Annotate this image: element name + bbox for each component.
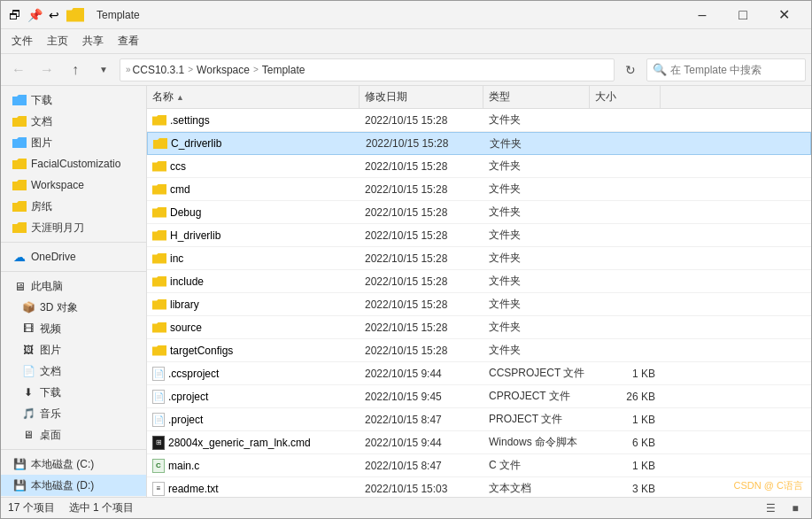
search-box[interactable]: 🔍 [646, 58, 806, 81]
up-button[interactable]: ↑ [63, 58, 88, 82]
refresh-button[interactable]: ↻ [618, 58, 643, 82]
menu-share[interactable]: 共享 [75, 30, 111, 52]
sidebar: 下载 文档 图片 FacialCustomizatio Workspace 房纸 [1, 86, 147, 497]
status-bar: 17 个项目 选中 1 个项目 ☰ ■ [1, 497, 811, 518]
sidebar-label-document2: 文档 [40, 364, 61, 379]
table-row[interactable]: ⊞ 28004x_generic_ram_lnk.cmd 2022/10/15 … [147, 431, 811, 454]
window: 🗗 📌 ↩ Template – □ ✕ 文件 主页 共享 查看 ← → ↑ ▼… [0, 0, 812, 519]
table-row[interactable]: source 2022/10/15 15:28 文件夹 [147, 316, 811, 339]
file-date: 2022/10/15 15:28 [360, 114, 483, 127]
sidebar-item-workspace[interactable]: Workspace [1, 174, 146, 196]
file-type: 文件夹 [483, 251, 590, 266]
sidebar-item-music[interactable]: 🎵 音乐 [1, 403, 146, 424]
sort-arrow: ▲ [176, 93, 184, 102]
table-row[interactable]: library 2022/10/15 15:28 文件夹 [147, 293, 811, 316]
sidebar-item-onedrive[interactable]: ☁ OneDrive [1, 246, 146, 267]
system-icon[interactable]: 🗗 [8, 8, 22, 22]
sidebar-item-3d[interactable]: 📦 3D 对象 [1, 297, 146, 318]
quick-access-icon[interactable]: 📌 [27, 8, 42, 22]
file-date: 2022/10/15 15:28 [360, 206, 483, 219]
table-row[interactable]: cmd 2022/10/15 15:28 文件夹 [147, 178, 811, 201]
sidebar-item-video[interactable]: 🎞 视频 [1, 318, 146, 339]
search-input[interactable] [670, 64, 803, 76]
table-row[interactable]: 📄 .cproject 2022/10/15 9:45 CPROJECT 文件 … [147, 385, 811, 408]
table-row[interactable]: ≡ readme.txt 2022/10/15 15:03 文本文档 3 KB [147, 477, 811, 497]
close-button[interactable]: ✕ [763, 1, 804, 29]
sidebar-item-drive-c[interactable]: 💾 本地磁盘 (C:) [1, 453, 146, 475]
table-row[interactable]: Debug 2022/10/15 15:28 文件夹 [147, 201, 811, 224]
table-row[interactable]: H_driverlib 2022/10/15 15:28 文件夹 [147, 224, 811, 247]
breadcrumb-sep-2: > [253, 65, 259, 74]
col-header-date[interactable]: 修改日期 [360, 86, 483, 108]
sidebar-item-drive-d[interactable]: 💾 本地磁盘 (D:) [1, 475, 146, 496]
table-row[interactable]: 📄 .project 2022/10/15 8:47 PROJECT 文件 1 … [147, 408, 811, 431]
file-name: ccs [147, 160, 360, 173]
folder-icon [152, 230, 166, 241]
sidebar-item-tianya[interactable]: 天涯明月刀 [1, 217, 146, 238]
file-type: 文件夹 [483, 112, 590, 128]
cmd-file-icon: ⊞ [152, 436, 165, 450]
sidebar-item-picture[interactable]: 图片 [1, 132, 146, 153]
file-name: .settings [147, 114, 360, 127]
file-date: 2022/10/15 8:47 [360, 460, 483, 472]
sidebar-label-video: 视频 [40, 321, 61, 337]
col-header-size[interactable]: 大小 [590, 86, 661, 108]
view-list-icon[interactable]: ☰ [762, 500, 779, 517]
back-button[interactable]: ← [6, 58, 31, 82]
table-row[interactable]: C_driverlib 2022/10/15 15:28 文件夹 [147, 132, 811, 155]
sidebar-item-desktop[interactable]: 🖥 桌面 [1, 424, 146, 445]
file-date: 2022/10/15 15:28 [360, 345, 483, 357]
table-row[interactable]: include 2022/10/15 15:28 文件夹 [147, 270, 811, 293]
forward-button[interactable]: → [35, 58, 59, 82]
file-type: 文件夹 [483, 320, 590, 335]
address-bar: ← → ↑ ▼ » CCS10.3.1 > Workspace > Templa… [1, 54, 811, 86]
breadcrumb-template[interactable]: Template [262, 64, 305, 76]
breadcrumb[interactable]: » CCS10.3.1 > Workspace > Template [120, 58, 615, 81]
table-row[interactable]: 📄 .ccsproject 2022/10/15 9:44 CCSPROJECT… [147, 362, 811, 385]
table-row[interactable]: C main.c 2022/10/15 8:47 C 文件 1 KB [147, 454, 811, 477]
sidebar-item-document2[interactable]: 📄 文档 [1, 360, 146, 382]
col-header-name[interactable]: 名称 ▲ [147, 86, 360, 108]
file-name: targetConfigs [147, 345, 360, 357]
view-grid-icon[interactable]: ■ [786, 500, 804, 517]
file-size: 1 KB [590, 460, 661, 472]
sidebar-item-picture2[interactable]: 🖼 图片 [1, 339, 146, 360]
menu-view[interactable]: 查看 [111, 30, 146, 52]
sidebar-item-fangzhi[interactable]: 房纸 [1, 196, 146, 217]
sidebar-item-document[interactable]: 文档 [1, 111, 146, 132]
table-row[interactable]: ccs 2022/10/15 15:28 文件夹 [147, 155, 811, 178]
file-date: 2022/10/15 15:28 [360, 137, 484, 150]
table-row[interactable]: .settings 2022/10/15 15:28 文件夹 [147, 109, 811, 132]
recent-button[interactable]: ▼ [91, 58, 116, 82]
file-type: 文件夹 [483, 274, 590, 289]
file-name: ⊞ 28004x_generic_ram_lnk.cmd [147, 436, 360, 450]
table-row[interactable]: inc 2022/10/15 15:28 文件夹 [147, 247, 811, 270]
table-row[interactable]: targetConfigs 2022/10/15 15:28 文件夹 [147, 339, 811, 362]
file-type: C 文件 [483, 458, 590, 473]
sidebar-item-thispc[interactable]: 🖥 此电脑 [1, 275, 146, 297]
file-type: 文件夹 [483, 228, 590, 243]
maximize-button[interactable]: □ [723, 1, 763, 29]
video-icon: 🎞 [20, 322, 36, 335]
breadcrumb-ccs[interactable]: CCS10.3.1 [133, 64, 185, 76]
sidebar-item-facial[interactable]: FacialCustomizatio [1, 153, 146, 174]
menu-file[interactable]: 文件 [4, 30, 40, 52]
file-name: library [147, 298, 360, 311]
minimize-button[interactable]: – [682, 1, 723, 29]
folder-icon [152, 207, 166, 218]
col-header-type[interactable]: 类型 [483, 86, 590, 108]
file-size: 1 KB [590, 368, 661, 380]
download2-icon: ⬇ [20, 386, 36, 399]
file-date: 2022/10/15 15:28 [360, 321, 483, 334]
undo-icon[interactable]: ↩ [47, 8, 61, 22]
file-date: 2022/10/15 15:28 [360, 275, 483, 288]
window-title: Template [97, 9, 682, 21]
file-type: 文件夹 [483, 182, 590, 197]
sidebar-item-download2[interactable]: ⬇ 下载 [1, 382, 146, 403]
sidebar-item-download[interactable]: 下载 [1, 89, 146, 111]
folder-icon [152, 253, 166, 264]
breadcrumb-workspace[interactable]: Workspace [197, 64, 250, 76]
menu-home[interactable]: 主页 [40, 30, 75, 52]
file-date: 2022/10/15 9:44 [360, 368, 483, 380]
breadcrumb-sep-1: > [188, 65, 193, 74]
